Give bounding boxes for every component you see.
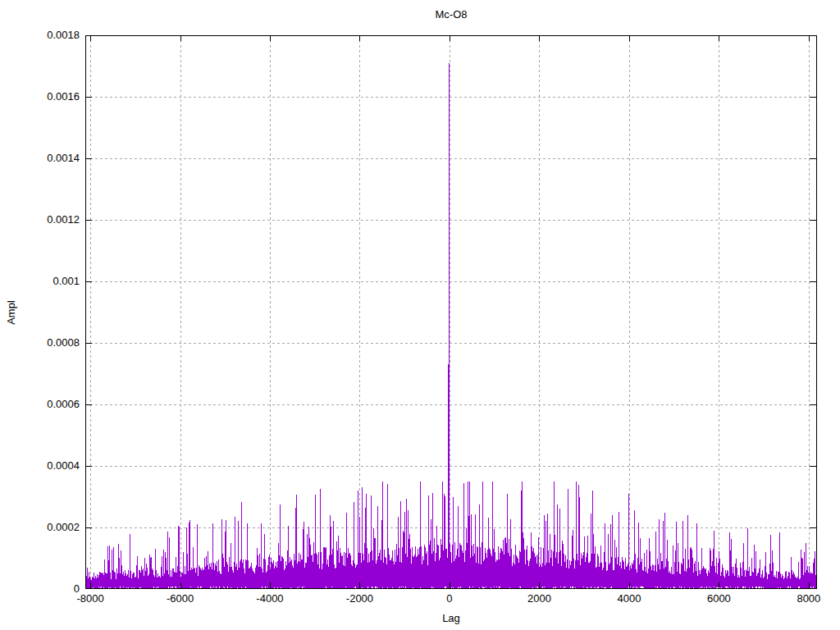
x-tick-label: -8000 (76, 592, 103, 605)
y-tick-label: 0.0016 (0, 90, 80, 103)
x-axis-label: Lag (85, 612, 817, 625)
y-tick-label: 0.0008 (0, 336, 80, 349)
x-tick-label: 8000 (797, 592, 820, 605)
x-tick-label: -2000 (346, 592, 373, 605)
x-tick-label: -6000 (167, 592, 194, 605)
y-tick-label: 0.0014 (0, 152, 80, 165)
x-tick-label: 0 (446, 592, 452, 605)
y-tick-label: 0.0002 (0, 521, 80, 534)
x-tick-label: 6000 (707, 592, 731, 605)
y-tick-label: 0.0006 (0, 398, 80, 411)
y-axis-label: Ampl (5, 300, 18, 325)
y-tick-label: 0.0012 (0, 213, 80, 226)
y-tick-label: 0.001 (0, 275, 80, 288)
y-tick-label: 0.0018 (0, 29, 80, 42)
y-tick-label: 0 (0, 582, 80, 596)
plot-area (85, 35, 817, 589)
chart-title: Mc-O8 (85, 8, 817, 21)
x-tick-label: 4000 (617, 592, 641, 605)
x-tick-label: -4000 (256, 592, 283, 605)
y-tick-label: 0.0004 (0, 459, 80, 472)
x-tick-label: 2000 (527, 592, 551, 605)
chart-figure: Mc-O8 Ampl 00.00020.00040.00060.00080.00… (0, 0, 840, 630)
